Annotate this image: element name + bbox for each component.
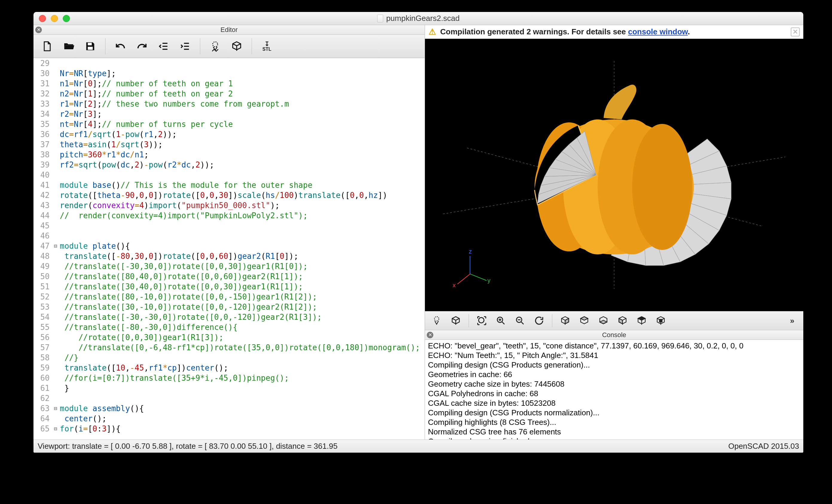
save-file-button[interactable] [81, 38, 100, 55]
zoom-out-button[interactable] [511, 313, 529, 328]
svg-point-17 [435, 317, 439, 321]
warning-close-button[interactable]: ✕ [791, 27, 800, 36]
console-output[interactable]: ECHO: "bevel_gear", "teeth", 15, "cone d… [425, 340, 803, 440]
document-icon [377, 15, 383, 22]
svg-line-13 [470, 274, 487, 281]
svg-text:y: y [488, 277, 490, 284]
window-zoom-button[interactable] [63, 15, 70, 22]
new-file-button[interactable] [38, 38, 57, 55]
right-panel: ⚠ Compilation generated 2 warnings. For … [425, 25, 803, 440]
preview-button[interactable] [206, 38, 225, 55]
unindent-button[interactable] [154, 38, 173, 55]
app-window: pumpkinGears2.scad ✕ Editor [33, 12, 803, 453]
editor-close-icon[interactable]: ✕ [35, 27, 42, 33]
console-window-link[interactable]: console window [628, 27, 688, 36]
editor-toolbar: ↧STL [33, 35, 425, 58]
reset-view-button[interactable] [530, 313, 548, 328]
warning-icon: ⚠ [428, 27, 436, 37]
render-button[interactable] [227, 38, 246, 55]
warning-text: Compilation generated 2 warnings. For de… [440, 27, 628, 36]
viewport-3d[interactable]: z y x [425, 39, 803, 311]
editor-panel: ✕ Editor ↧STL 29303132333435363738394041 [33, 25, 425, 440]
view-right-button[interactable] [556, 313, 574, 328]
status-viewport: Viewport: translate = [ 0.00 -6.70 5.88 … [38, 442, 337, 451]
svg-text:z: z [469, 248, 472, 255]
preview-view-button[interactable] [428, 313, 445, 328]
svg-point-18 [479, 318, 484, 323]
window-minimize-button[interactable] [51, 15, 58, 22]
svg-line-15 [458, 274, 470, 284]
svg-rect-21 [659, 319, 662, 322]
svg-point-2 [213, 42, 218, 47]
open-file-button[interactable] [59, 38, 78, 55]
render-view-button[interactable] [447, 313, 464, 328]
titlebar[interactable]: pumpkinGears2.scad [33, 12, 803, 25]
window-close-button[interactable] [39, 15, 46, 22]
editor-header: ✕ Editor [33, 25, 425, 35]
zoom-in-button[interactable] [492, 313, 510, 328]
indent-button[interactable] [176, 38, 194, 55]
pumpkin-render: z y x [425, 58, 803, 292]
zoom-fit-button[interactable] [473, 313, 490, 328]
view-top-button[interactable] [576, 313, 593, 328]
redo-button[interactable] [132, 38, 152, 55]
console-close-icon[interactable]: ✕ [427, 332, 433, 338]
view-front-button[interactable] [633, 313, 650, 328]
console-header: ✕ Console [425, 330, 803, 340]
status-bar: Viewport: translate = [ 0.00 -6.70 5.88 … [33, 440, 803, 453]
svg-point-10 [632, 124, 692, 250]
view-bottom-button[interactable] [595, 313, 612, 328]
undo-button[interactable] [111, 38, 130, 55]
editor-header-label: Editor [220, 26, 238, 34]
view-toolbar-overflow-button[interactable]: » [790, 316, 800, 326]
window-title: pumpkinGears2.scad [386, 14, 460, 23]
svg-rect-0 [88, 43, 92, 45]
export-stl-button[interactable]: ↧STL [257, 38, 277, 55]
console-panel: ✕ Console ECHO: "bevel_gear", "teeth", 1… [425, 330, 803, 440]
warning-bar: ⚠ Compilation generated 2 warnings. For … [425, 25, 803, 39]
view-back-button[interactable] [652, 313, 670, 328]
svg-text:x: x [452, 282, 456, 288]
console-header-label: Console [602, 331, 626, 339]
code-editor[interactable]: 2930313233343536373839404142434445464748… [33, 58, 425, 440]
view-left-button[interactable] [614, 313, 631, 328]
view-toolbar: » [425, 311, 803, 330]
status-version: OpenSCAD 2015.03 [728, 442, 799, 451]
svg-rect-1 [88, 47, 93, 50]
